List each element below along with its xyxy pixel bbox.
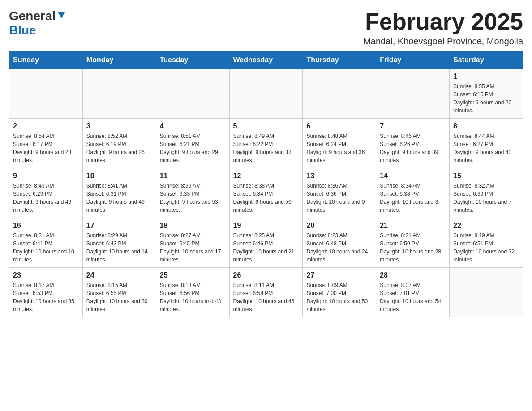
table-row: 3Sunrise: 8:52 AMSunset: 6:19 PMDaylight… [82,119,156,168]
calendar-week-3: 9Sunrise: 8:43 AMSunset: 6:29 PMDaylight… [9,168,523,218]
day-info: Sunrise: 8:36 AMSunset: 6:36 PMDaylight:… [306,182,372,214]
day-number: 22 [453,222,519,230]
location-title: Mandal, Khoevsgoel Province, Mongolia [363,36,523,47]
day-number: 23 [13,271,79,279]
day-info: Sunrise: 8:09 AMSunset: 7:00 PMDaylight:… [306,281,372,313]
day-number: 1 [453,73,519,81]
table-row: 11Sunrise: 8:39 AMSunset: 6:33 PMDayligh… [156,168,229,218]
day-number: 26 [233,271,299,279]
table-row [156,69,229,119]
day-number: 19 [233,222,299,230]
day-number: 7 [380,122,446,130]
table-row: 4Sunrise: 8:51 AMSunset: 6:21 PMDaylight… [156,119,229,168]
table-row: 6Sunrise: 8:48 AMSunset: 6:24 PMDaylight… [303,119,376,168]
day-info: Sunrise: 8:48 AMSunset: 6:24 PMDaylight:… [306,132,372,164]
calendar-week-2: 2Sunrise: 8:54 AMSunset: 6:17 PMDaylight… [9,119,523,168]
table-row: 21Sunrise: 8:21 AMSunset: 6:50 PMDayligh… [376,218,450,268]
day-info: Sunrise: 8:29 AMSunset: 6:43 PMDaylight:… [86,231,152,264]
page-header: General Blue February 2025 Mandal, Khoev… [9,9,523,47]
day-info: Sunrise: 8:38 AMSunset: 6:34 PMDaylight:… [233,182,299,214]
day-info: Sunrise: 8:13 AMSunset: 6:56 PMDaylight:… [160,281,226,313]
calendar-week-1: 1Sunrise: 8:55 AMSunset: 6:15 PMDaylight… [9,69,523,119]
day-info: Sunrise: 8:31 AMSunset: 6:41 PMDaylight:… [13,231,79,264]
table-row [376,69,450,119]
day-info: Sunrise: 8:51 AMSunset: 6:21 PMDaylight:… [160,132,226,164]
table-row: 8Sunrise: 8:44 AMSunset: 6:27 PMDaylight… [450,119,523,168]
calendar-table: Sunday Monday Tuesday Wednesday Thursday… [9,51,523,317]
day-info: Sunrise: 8:07 AMSunset: 7:01 PMDaylight:… [380,281,446,313]
day-info: Sunrise: 8:11 AMSunset: 6:58 PMDaylight:… [233,281,299,313]
day-info: Sunrise: 8:52 AMSunset: 6:19 PMDaylight:… [86,132,152,164]
day-number: 6 [306,122,372,130]
day-number: 11 [160,172,226,180]
table-row: 19Sunrise: 8:25 AMSunset: 6:46 PMDayligh… [229,218,303,268]
table-row: 28Sunrise: 8:07 AMSunset: 7:01 PMDayligh… [376,268,450,317]
day-number: 28 [380,271,446,279]
day-number: 2 [13,122,79,130]
day-info: Sunrise: 8:25 AMSunset: 6:46 PMDaylight:… [233,231,299,264]
table-row: 5Sunrise: 8:49 AMSunset: 6:22 PMDaylight… [229,119,303,168]
day-info: Sunrise: 8:43 AMSunset: 6:29 PMDaylight:… [13,182,79,214]
day-info: Sunrise: 8:44 AMSunset: 6:27 PMDaylight:… [453,132,519,164]
table-row: 2Sunrise: 8:54 AMSunset: 6:17 PMDaylight… [9,119,83,168]
header-wednesday: Wednesday [229,51,303,69]
table-row: 13Sunrise: 8:36 AMSunset: 6:36 PMDayligh… [303,168,376,218]
table-row: 7Sunrise: 8:46 AMSunset: 6:26 PMDaylight… [376,119,450,168]
table-row [229,69,303,119]
day-number: 13 [306,172,372,180]
header-saturday: Saturday [450,51,523,69]
svg-marker-0 [58,12,65,18]
day-number: 5 [233,122,299,130]
day-info: Sunrise: 8:19 AMSunset: 6:51 PMDaylight:… [453,231,519,264]
month-title: February 2025 [363,9,523,34]
logo-blue: Blue [9,23,36,38]
header-tuesday: Tuesday [156,51,229,69]
day-number: 17 [86,222,152,230]
day-number: 9 [13,172,79,180]
table-row: 10Sunrise: 8:41 AMSunset: 6:31 PMDayligh… [82,168,156,218]
day-number: 3 [86,122,152,130]
table-row: 9Sunrise: 8:43 AMSunset: 6:29 PMDaylight… [9,168,83,218]
title-section: February 2025 Mandal, Khoevsgoel Provinc… [363,9,523,47]
day-number: 15 [453,172,519,180]
day-number: 25 [160,271,226,279]
table-row: 27Sunrise: 8:09 AMSunset: 7:00 PMDayligh… [303,268,376,317]
table-row: 24Sunrise: 8:15 AMSunset: 6:55 PMDayligh… [82,268,156,317]
day-number: 12 [233,172,299,180]
day-info: Sunrise: 8:46 AMSunset: 6:26 PMDaylight:… [380,132,446,164]
day-info: Sunrise: 8:27 AMSunset: 6:45 PMDaylight:… [160,231,226,264]
day-number: 14 [380,172,446,180]
table-row: 18Sunrise: 8:27 AMSunset: 6:45 PMDayligh… [156,218,229,268]
logo: General Blue [9,9,66,38]
table-row: 23Sunrise: 8:17 AMSunset: 6:53 PMDayligh… [9,268,83,317]
table-row: 16Sunrise: 8:31 AMSunset: 6:41 PMDayligh… [9,218,83,268]
day-number: 8 [453,122,519,130]
logo-triangle-icon [56,10,66,20]
header-sunday: Sunday [9,51,83,69]
day-number: 4 [160,122,226,130]
table-row [9,69,83,119]
day-info: Sunrise: 8:21 AMSunset: 6:50 PMDaylight:… [380,231,446,264]
table-row: 14Sunrise: 8:34 AMSunset: 6:38 PMDayligh… [376,168,450,218]
table-row: 12Sunrise: 8:38 AMSunset: 6:34 PMDayligh… [229,168,303,218]
day-number: 16 [13,222,79,230]
day-info: Sunrise: 8:54 AMSunset: 6:17 PMDaylight:… [13,132,79,164]
day-number: 20 [306,222,372,230]
day-info: Sunrise: 8:41 AMSunset: 6:31 PMDaylight:… [86,182,152,214]
table-row: 1Sunrise: 8:55 AMSunset: 6:15 PMDaylight… [450,69,523,119]
header-thursday: Thursday [303,51,376,69]
header-monday: Monday [82,51,156,69]
table-row: 20Sunrise: 8:23 AMSunset: 6:48 PMDayligh… [303,218,376,268]
table-row [303,69,376,119]
day-info: Sunrise: 8:32 AMSunset: 6:39 PMDaylight:… [453,182,519,214]
calendar-week-5: 23Sunrise: 8:17 AMSunset: 6:53 PMDayligh… [9,268,523,317]
day-info: Sunrise: 8:15 AMSunset: 6:55 PMDaylight:… [86,281,152,313]
day-number: 24 [86,271,152,279]
day-info: Sunrise: 8:23 AMSunset: 6:48 PMDaylight:… [306,231,372,264]
logo-general: General [9,9,56,23]
day-number: 18 [160,222,226,230]
header-friday: Friday [376,51,450,69]
day-number: 21 [380,222,446,230]
day-number: 27 [306,271,372,279]
table-row: 26Sunrise: 8:11 AMSunset: 6:58 PMDayligh… [229,268,303,317]
